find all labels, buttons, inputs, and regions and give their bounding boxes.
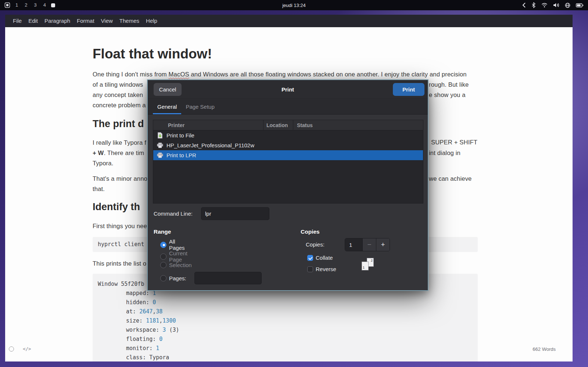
radio-pages[interactable] (160, 275, 166, 281)
shortcut-text: + W (93, 150, 104, 156)
paragraph-line: we can achieve (429, 175, 472, 183)
clock: jeudi 13:24 (0, 3, 588, 8)
range-option-selection[interactable]: Selection (160, 262, 192, 268)
radio-label-all-pages: All Pages (169, 238, 185, 251)
doc-title: Float that window! (93, 46, 212, 62)
radio-current-page[interactable] (160, 253, 166, 260)
printer-row-hp-laserjet-professional-p1102w[interactable]: HP_LaserJet_Professional_P1102w (153, 140, 423, 150)
workspace-active-indicator[interactable] (51, 3, 55, 7)
pages-input[interactable] (194, 272, 262, 284)
volume-icon[interactable] (553, 3, 559, 8)
paragraph-text: and Windows are all those floating windo… (189, 71, 467, 78)
range-heading: Range (154, 229, 171, 235)
menu-format[interactable]: Format (74, 15, 98, 27)
dialog-header: Print Cancel Print (148, 80, 428, 99)
radio-selection[interactable] (160, 262, 166, 268)
menu-file[interactable]: File (10, 15, 25, 27)
copies-decrement-button[interactable]: − (362, 238, 376, 251)
column-header-status[interactable]: Status (293, 120, 423, 130)
paragraph-line: rough. But like (429, 81, 469, 89)
column-icon-spacer (153, 120, 166, 130)
workspace-3[interactable]: 3 (34, 0, 36, 10)
print-to-file-icon (153, 132, 166, 138)
battery-icon[interactable] (576, 3, 584, 7)
code-line: monitor: 1 (98, 344, 473, 353)
column-header-printer[interactable]: Printer (166, 120, 263, 130)
chevron-left-icon[interactable] (522, 2, 526, 8)
menu-bar: FileEditParagraphFormatViewThemesHelp (5, 15, 573, 27)
copies-increment-button[interactable]: + (376, 238, 390, 251)
printer-row-print-to-lpr[interactable]: Print to LPR (153, 150, 423, 160)
section-heading-identify: Identify th (93, 201, 140, 213)
paragraph-line: This prints the list o (93, 260, 146, 267)
printer-icon (153, 143, 166, 148)
command-line-input[interactable] (201, 207, 269, 220)
paragraph-line: One thing I don't miss from MacOS and Wi… (93, 71, 467, 78)
reverse-option[interactable]: Reverse (307, 266, 336, 272)
menu-paragraph[interactable]: Paragraph (41, 15, 74, 27)
code-line: at: 2647,38 (98, 307, 473, 316)
printer-name: Print to LPR (166, 152, 196, 158)
code-line: class: Typora (98, 353, 473, 361)
print-dialog: Print Cancel Print GeneralPage Setup Pri… (147, 79, 429, 291)
collate-checkbox[interactable] (307, 255, 313, 261)
code-line: hidden: 0 (98, 298, 473, 307)
source-code-icon[interactable]: </> (23, 346, 31, 352)
paragraph-line: I really like Typora f (93, 139, 146, 147)
dialog-title: Print (148, 80, 428, 99)
copies-spinbutton: 1 − + (345, 238, 390, 251)
page-number: 1 (363, 266, 365, 269)
paragraph-line: concrete problem a (93, 102, 146, 109)
collate-page-front: 1 (362, 262, 369, 270)
menu-themes[interactable]: Themes (116, 15, 143, 27)
tab-page-setup[interactable]: Page Setup (181, 100, 219, 114)
printer-icon (153, 152, 166, 158)
word-count[interactable]: 662 Words (533, 346, 556, 352)
globe-icon[interactable] (565, 3, 570, 8)
printer-list: PrinterLocationStatus Print to FileHP_La… (153, 120, 423, 204)
range-option-all-pages[interactable]: All Pages (160, 238, 185, 251)
collate-option[interactable]: Collate (307, 255, 333, 261)
paragraph-line: int dialog in (429, 150, 460, 157)
printer-row-print-to-file[interactable]: Print to File (153, 130, 423, 140)
page-number: 2 (371, 259, 373, 262)
misspelled-word: MacOS (169, 71, 189, 78)
outline-toggle-icon[interactable] (9, 346, 14, 352)
workspace-4[interactable]: 4 (43, 0, 46, 10)
code-line: size: 1181,1300 (98, 316, 473, 325)
workspace-2[interactable]: 2 (25, 0, 27, 10)
reverse-checkbox[interactable] (307, 266, 313, 272)
wifi-icon[interactable] (541, 3, 548, 8)
menu-edit[interactable]: Edit (25, 15, 41, 27)
copies-heading: Copies (301, 229, 320, 235)
print-button[interactable]: Print (393, 83, 424, 96)
menu-help[interactable]: Help (143, 15, 161, 27)
range-option-pages[interactable]: Pages: (160, 271, 262, 285)
system-tray (522, 2, 584, 8)
paragraph-line: that. (93, 186, 105, 193)
menu-view[interactable]: View (98, 15, 116, 27)
cancel-button[interactable]: Cancel (154, 83, 182, 96)
launcher-icon[interactable] (4, 2, 10, 8)
workspace-1[interactable]: 1 (15, 0, 18, 10)
copies-value[interactable]: 1 (345, 238, 362, 251)
bluetooth-icon[interactable] (531, 2, 536, 8)
printer-name: HP_LaserJet_Professional_P1102w (166, 142, 254, 148)
reverse-label: Reverse (316, 266, 336, 272)
paragraph-line: + W. There are tim (93, 150, 144, 157)
radio-all-pages[interactable] (160, 242, 166, 248)
collate-preview-icon: 2 1 (362, 258, 376, 273)
printer-list-body: Print to FileHP_LaserJet_Professional_P1… (153, 130, 423, 160)
paragraph-line: of a tiling windows (93, 81, 143, 89)
tab-general[interactable]: General (153, 100, 181, 114)
paragraph-line: That's a minor anno (93, 175, 147, 183)
paragraph-line: First things you nee (93, 223, 147, 230)
system-top-bar: 1234 jeudi 13:24 (0, 0, 588, 10)
paragraph-line: any concept taken (93, 91, 143, 99)
workspace-switcher: 1234 (15, 0, 46, 10)
column-header-location[interactable]: Location (263, 120, 293, 130)
radio-label-current-page: Current Page (169, 250, 187, 263)
radio-label-selection: Selection (169, 262, 192, 268)
paragraph-line: e show you a (429, 91, 466, 99)
range-option-current-page[interactable]: Current Page (160, 250, 187, 263)
